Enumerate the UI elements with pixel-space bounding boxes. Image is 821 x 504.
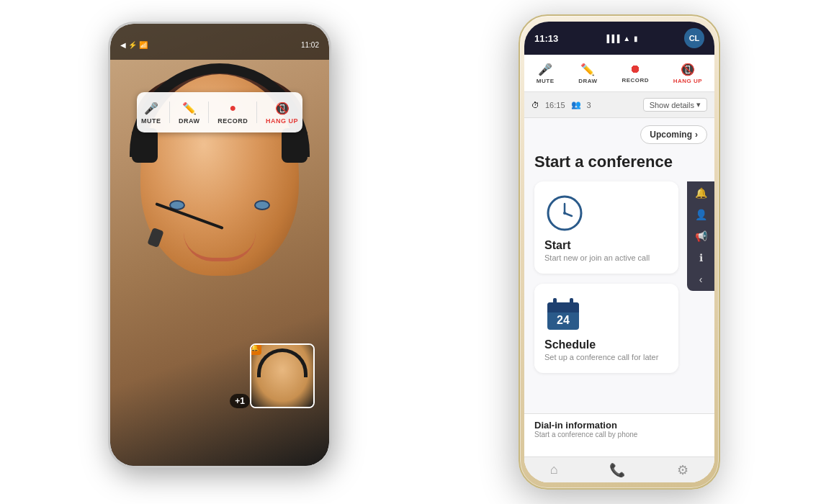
- iphone-bottom-nav: ⌂ 📞 ⚙: [524, 456, 714, 482]
- iphone-avatar: CL: [684, 28, 704, 48]
- upcoming-btn[interactable]: Upcoming ›: [640, 125, 707, 144]
- thumb-badge: 🔔: [250, 343, 261, 355]
- android-mute-btn[interactable]: 🎤 MUTE: [141, 100, 161, 125]
- battery-icon: ▮: [634, 35, 638, 42]
- mute-label: MUTE: [141, 117, 161, 125]
- show-details-btn[interactable]: Show details ▾: [643, 98, 707, 112]
- iphone-draw-icon: ✏️: [580, 63, 595, 76]
- clock-icon: ⏱: [531, 101, 539, 109]
- chevron-right-icon: ›: [695, 130, 698, 140]
- schedule-icon: 24: [544, 295, 582, 333]
- iphone-record-btn[interactable]: ⏺ RECORD: [622, 63, 649, 84]
- calendar-svg: 24: [544, 295, 582, 333]
- sidebar-info-icon[interactable]: ℹ: [699, 252, 703, 264]
- clock-svg: [546, 194, 583, 232]
- android-phone: ◀ ⚡ 📶 11:02 🎤 MUTE ✏️ DRAW ● RECORD: [108, 22, 331, 468]
- record-label: RECORD: [217, 117, 248, 125]
- dial-in-section[interactable]: Dial-in information Start a conference c…: [524, 413, 714, 456]
- android-screen: ◀ ⚡ 📶 11:02 🎤 MUTE ✏️ DRAW ● RECORD: [110, 24, 329, 466]
- right-eye: [254, 200, 270, 210]
- schedule-title: Schedule: [544, 338, 668, 351]
- smile: [184, 233, 256, 261]
- divider-2: [208, 102, 209, 123]
- start-icon: [544, 193, 585, 233]
- call-info-bar: ⏱ 16:15 👥 3 Show details ▾: [524, 92, 714, 118]
- headphone-right: [282, 128, 308, 163]
- iphone-call-toolbar: 🎤 MUTE ✏️ DRAW ⏺ RECORD 📵 HANG UP: [524, 55, 714, 92]
- hangup-icon: 📵: [274, 100, 290, 116]
- sidebar-chevron-icon[interactable]: ‹: [699, 274, 703, 285]
- android-record-btn[interactable]: ● RECORD: [217, 100, 248, 125]
- iphone-record-label: RECORD: [622, 77, 649, 84]
- iphone-mute-label: MUTE: [537, 78, 555, 84]
- participants-icon: 👥: [571, 100, 581, 109]
- thumb-headphone: [257, 348, 308, 377]
- android-draw-btn[interactable]: ✏️ DRAW: [179, 100, 200, 125]
- divider-3: [256, 102, 257, 123]
- iphone: 11:13 ▐▐▐ ▲ ▮ CL 🎤 MUTE ✏️ DRAW: [519, 14, 720, 490]
- divider-1: [169, 102, 170, 123]
- svg-rect-7: [553, 298, 557, 307]
- android-status-icons: ◀ ⚡ 📶: [120, 41, 148, 49]
- android-time: 11:02: [301, 41, 319, 49]
- svg-point-3: [563, 212, 566, 215]
- svg-rect-6: [547, 308, 579, 312]
- iphone-draw-label: DRAW: [578, 78, 597, 84]
- iphone-main-content: Upcoming › Start a conference: [524, 118, 714, 482]
- right-sidebar: 🔔 👤 📢 ℹ ‹: [687, 181, 714, 291]
- nav-call-icon[interactable]: 📞: [609, 462, 625, 478]
- sidebar-bell-icon[interactable]: 🔔: [695, 187, 707, 199]
- call-duration: 16:15: [545, 101, 565, 109]
- android-plus-one: +1: [230, 394, 250, 408]
- nav-home-icon[interactable]: ⌂: [550, 462, 558, 477]
- android-status-bar: ◀ ⚡ 📶 11:02: [110, 24, 329, 60]
- nav-settings-icon[interactable]: ⚙: [677, 462, 688, 478]
- iphone-hangup-label: HANG UP: [673, 78, 702, 84]
- iphone-hangup-btn[interactable]: 📵 HANG UP: [673, 63, 702, 84]
- show-details-label: Show details: [650, 101, 694, 109]
- mic-icon: 🎤: [143, 100, 159, 116]
- iphone-draw-btn[interactable]: ✏️ DRAW: [578, 63, 597, 84]
- draw-label: DRAW: [179, 117, 200, 125]
- iphone-screen: 11:13 ▐▐▐ ▲ ▮ CL 🎤 MUTE ✏️ DRAW: [524, 22, 714, 482]
- participants-count: 3: [587, 101, 591, 109]
- iphone-mute-btn[interactable]: 🎤 MUTE: [537, 63, 555, 84]
- signal-icon: ▐▐▐: [604, 35, 619, 42]
- schedule-desc: Set up a conference call for later: [544, 353, 668, 361]
- iphone-hangup-icon: 📵: [681, 63, 695, 76]
- start-conference-option[interactable]: Start Start new or join an active call: [534, 181, 678, 274]
- dial-in-title: Dial-in information: [534, 420, 704, 431]
- svg-rect-8: [570, 298, 573, 307]
- record-icon: ●: [225, 100, 241, 116]
- headphone-left: [132, 128, 158, 163]
- svg-text:24: 24: [557, 314, 570, 326]
- thumbnail-face: [251, 345, 313, 407]
- iphone-record-icon: ⏺: [629, 63, 641, 76]
- android-hangup-btn[interactable]: 📵 HANG UP: [266, 100, 298, 125]
- upcoming-label: Upcoming: [650, 130, 692, 140]
- hangup-label: HANG UP: [266, 117, 298, 125]
- draw-icon: ✏️: [181, 100, 197, 116]
- dial-in-desc: Start a conference call by phone: [534, 431, 704, 438]
- android-self-view: 🔔: [250, 343, 315, 408]
- start-desc: Start new or join an active call: [544, 253, 668, 262]
- start-title: Start: [544, 239, 668, 252]
- iphone-time: 11:13: [534, 33, 558, 44]
- wifi-icon: ▲: [623, 35, 630, 42]
- iphone-status-icons: ▐▐▐ ▲ ▮: [604, 35, 638, 42]
- iphone-mic-icon: 🎤: [538, 63, 552, 76]
- eyes: [169, 200, 270, 210]
- page-title: Start a conference: [534, 153, 673, 171]
- android-call-toolbar: 🎤 MUTE ✏️ DRAW ● RECORD 📵 HANG UP: [137, 92, 302, 132]
- schedule-conference-option[interactable]: 24 Schedule Set up a conference call for…: [534, 284, 678, 373]
- scene: ◀ ⚡ 📶 11:02 🎤 MUTE ✏️ DRAW ● RECORD: [86, 7, 735, 497]
- chevron-down-icon: ▾: [696, 100, 701, 109]
- android-status-left: ◀ ⚡ 📶: [120, 41, 148, 49]
- sidebar-people-icon[interactable]: 👤: [695, 209, 707, 220]
- sidebar-speaker-icon[interactable]: 📢: [695, 230, 707, 242]
- iphone-status-bar: 11:13 ▐▐▐ ▲ ▮ CL: [524, 22, 714, 55]
